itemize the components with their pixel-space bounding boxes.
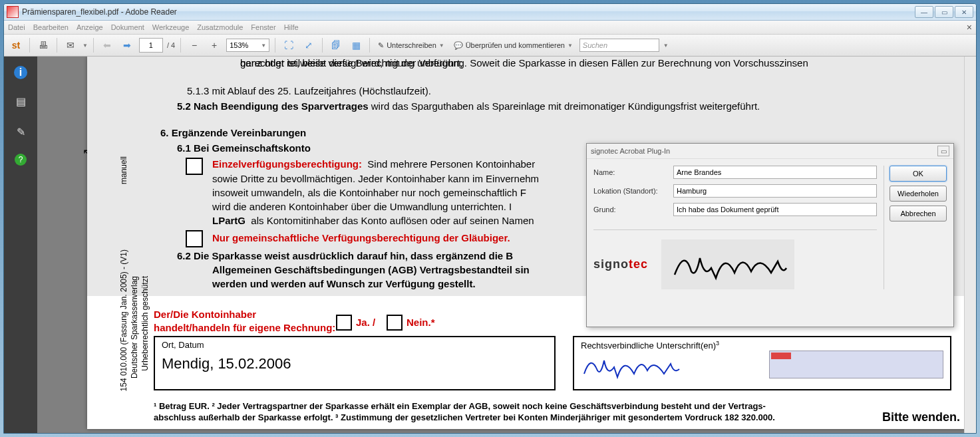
bitte-wenden: Bitte wenden. bbox=[882, 409, 960, 425]
zoom-out-icon[interactable]: − bbox=[186, 37, 202, 53]
review-button[interactable]: 💬Überprüfen und kommentieren▼ bbox=[451, 41, 575, 50]
label-ja: Ja. / bbox=[356, 316, 375, 329]
pdf-icon bbox=[7, 6, 19, 18]
place-date-box: Ort, Datum Mendig, 15.02.2006 bbox=[154, 336, 556, 390]
adobe-reader-window: Prämiensparen_flexibel.pdf - Adobe Reade… bbox=[3, 3, 977, 434]
signature-drawn bbox=[581, 351, 681, 380]
menu-view[interactable]: Anzeige bbox=[77, 23, 103, 31]
toolbar: st 🖶 ✉ ▼ ⬅ ➡ / 4 − + 153%▼ ⛶ ⤢ 🗐 ▦ ✎Unte… bbox=[4, 35, 976, 57]
einzel5: LPartG als Kontomitinhaber das Konto auf… bbox=[212, 214, 534, 227]
email-icon[interactable]: ✉ bbox=[63, 37, 79, 53]
signotec-dialog: signotec Acrobat Plug-In ▭ Name:Arne Bra… bbox=[586, 143, 954, 327]
menu-tools[interactable]: Werkzeuge bbox=[152, 23, 189, 31]
sig-label: Rechtsverbindliche Unterschrift(en)3 bbox=[581, 340, 943, 351]
minimize-button[interactable]: — bbox=[915, 6, 933, 18]
menu-extras[interactable]: Zusatzmodule bbox=[197, 23, 243, 31]
fit-page-icon[interactable]: ⤢ bbox=[301, 37, 317, 53]
print-icon[interactable]: 🖶 bbox=[35, 37, 51, 53]
ort-label: Ort, Datum bbox=[162, 340, 548, 350]
menubar: Datei Bearbeiten Anzeige Dokument Werkze… bbox=[4, 21, 976, 35]
footnote-1: ¹ Betrag EUR. ² Jeder Vertragspartner de… bbox=[154, 401, 766, 411]
help-icon[interactable]: ? bbox=[15, 154, 27, 166]
owner1: Der/Die Kontoinhaber bbox=[154, 308, 256, 321]
sign-panel-icon[interactable]: ✎ bbox=[12, 123, 29, 140]
info-icon[interactable]: i bbox=[14, 66, 27, 79]
search-input[interactable]: Suchen bbox=[579, 39, 659, 52]
einzel4: wird die anderen Kontoinhaber über die U… bbox=[212, 200, 512, 214]
nur-gem: Nur gemeinschaftliche Verfügungsberechti… bbox=[212, 231, 510, 245]
prev-page-icon[interactable]: ⬅ bbox=[99, 37, 115, 53]
sign-button[interactable]: ✎Unterschreiben▼ bbox=[375, 41, 447, 50]
dialog-title: signotec Acrobat Plug-In bbox=[591, 147, 670, 155]
vertical-scrollbar[interactable] bbox=[964, 57, 976, 433]
document-area: ↖ 154 010.000 (Fassung Jan. 2005) - (V1)… bbox=[37, 57, 976, 433]
line-top2: berechtigt ist, bleibt diese Berechtigun… bbox=[240, 57, 462, 70]
signotec-logo: signotec bbox=[593, 257, 648, 271]
name-label: Name: bbox=[593, 168, 673, 176]
ok-button[interactable]: OK bbox=[890, 166, 947, 182]
menu-edit[interactable]: Bearbeiten bbox=[33, 23, 69, 31]
titlebar: Prämiensparen_flexibel.pdf - Adobe Reade… bbox=[4, 4, 976, 21]
reason-label: Grund: bbox=[593, 206, 673, 214]
left-sidebar: i ▤ ✎ ? bbox=[4, 57, 37, 433]
pages-icon[interactable]: ▤ bbox=[12, 92, 29, 110]
einzel: Einzelverfügungsberechtigung: Sind mehre… bbox=[212, 158, 535, 171]
side-text-3: Urheberrechtlich geschützt bbox=[140, 276, 150, 371]
find-icon[interactable]: 🗐 bbox=[328, 37, 344, 53]
menu-help[interactable]: Hilfe bbox=[284, 23, 299, 31]
page-total-label: / 4 bbox=[167, 41, 175, 49]
maximize-button[interactable]: ▭ bbox=[935, 6, 953, 18]
zoom-in-icon[interactable]: + bbox=[206, 37, 222, 53]
menu-window[interactable]: Fenster bbox=[251, 23, 275, 31]
close-button[interactable]: ✕ bbox=[955, 6, 973, 18]
dialog-titlebar: signotec Acrobat Plug-In ▭ bbox=[587, 144, 953, 159]
tool1-icon[interactable]: ▦ bbox=[348, 37, 364, 53]
fit-width-icon[interactable]: ⛶ bbox=[281, 37, 297, 53]
h62-2: Allgemeinen Geschäftsbedingungen (AGB) V… bbox=[212, 263, 530, 277]
page-number-input[interactable] bbox=[139, 38, 163, 53]
footnote-2: abschluss außerhalb der Sparkasse erfolg… bbox=[154, 412, 775, 422]
c513: 5.1.3 mit Ablauf des 25. Laufzeitjahres … bbox=[187, 84, 431, 98]
side-text-2: Deutscher Sparkassenverlag bbox=[130, 276, 139, 378]
signature-box[interactable]: Rechtsverbindliche Unterschrift(en)3 bbox=[573, 336, 951, 390]
side-text-4: manuell bbox=[119, 156, 128, 184]
repeat-button[interactable]: Wiederholen bbox=[890, 186, 947, 202]
reason-input[interactable]: Ich habe das Dokument geprüft bbox=[673, 203, 877, 216]
menu-close-icon[interactable]: × bbox=[967, 22, 972, 33]
h61: 6.1 Bei Gemeinschaftskonto bbox=[177, 142, 311, 155]
location-label: Lokation (Standort): bbox=[593, 187, 673, 195]
signature-preview bbox=[661, 239, 794, 289]
ort-value: Mendig, 15.02.2006 bbox=[162, 355, 548, 372]
dialog-close-icon[interactable]: ▭ bbox=[937, 146, 949, 156]
owner2: handelt/handeln für eigene Rechnung: bbox=[154, 321, 335, 335]
window-title: Prämiensparen_flexibel.pdf - Adobe Reade… bbox=[22, 7, 177, 17]
cancel-button[interactable]: Abbrechen bbox=[890, 206, 947, 221]
sig-stamp-area bbox=[769, 351, 943, 378]
checkbox-einzel[interactable] bbox=[186, 158, 203, 175]
checkbox-nein[interactable] bbox=[387, 315, 403, 331]
zoom-level[interactable]: 153%▼ bbox=[226, 39, 269, 52]
location-input[interactable]: Hamburg bbox=[673, 184, 877, 198]
name-input[interactable]: Arne Brandes bbox=[673, 166, 877, 179]
c52: 5.2 Nach Beendigung des Sparvertrages wi… bbox=[177, 100, 760, 113]
signotec-icon[interactable]: st bbox=[8, 37, 24, 53]
einzel3: insoweit umwandeln, als die Kontoinhaber… bbox=[212, 186, 526, 200]
checkbox-gemeinschaft[interactable] bbox=[186, 230, 203, 247]
h62-1: 6.2 Die Sparkasse weist ausdrücklich dar… bbox=[177, 249, 513, 263]
next-page-icon[interactable]: ➡ bbox=[119, 37, 135, 53]
einzel2: sowie Dritte zu bevollmächtigen. Jeder K… bbox=[212, 172, 539, 186]
h6: 6. Ergänzende Vereinbarungen bbox=[160, 126, 306, 140]
h62-3: werden und werden auf Wunsch zur Verfügu… bbox=[212, 277, 476, 291]
menu-file[interactable]: Datei bbox=[8, 23, 25, 31]
menu-document[interactable]: Dokument bbox=[111, 23, 144, 31]
side-text-1: 154 010.000 (Fassung Jan. 2005) - (V1) bbox=[119, 249, 128, 391]
checkbox-ja[interactable] bbox=[336, 315, 352, 331]
label-nein: Nein.* bbox=[407, 316, 435, 329]
